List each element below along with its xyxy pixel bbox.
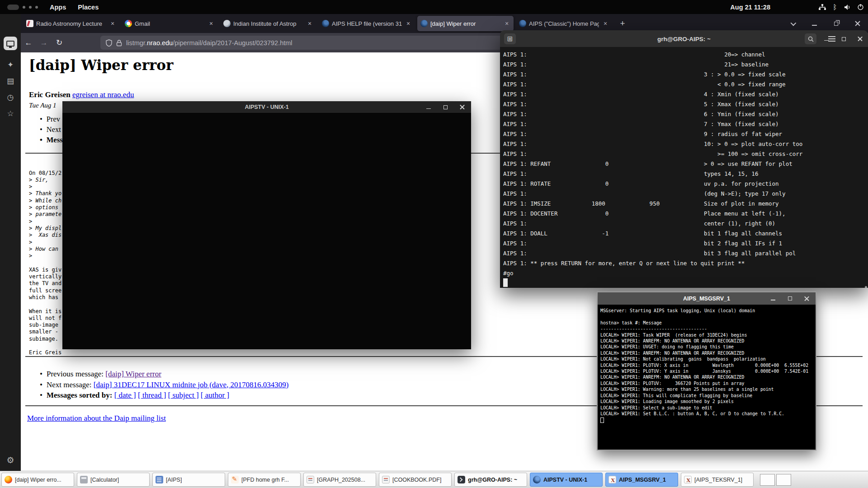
author-email-link[interactable]: egreisen at nrao.edu (72, 90, 134, 99)
tab-close-icon[interactable] (109, 20, 116, 27)
aipstv-window-controls (425, 101, 466, 113)
previous-message-fragment[interactable]: Prev (40, 114, 63, 124)
tab-label: AIPS HELP file (version 31 (332, 20, 402, 27)
email-quote: > Sir, > > Thank yo > While ch > options… (29, 177, 61, 260)
new-tab-button[interactable] (616, 17, 629, 30)
slides-favicon-icon (26, 20, 33, 27)
sorted-label: Messages sorted by: (47, 391, 114, 399)
monitor-icon (6, 41, 14, 47)
tab-gmail[interactable]: Gmail (122, 16, 218, 31)
next-message-link[interactable]: [daip] 31DEC17 LINUX midnite job (dave, … (94, 380, 289, 389)
aipstv-display-canvas[interactable] (62, 113, 471, 349)
taskbar-label: AIPS_MSGSRV_1 (619, 477, 666, 483)
firefox-icon (5, 476, 12, 483)
minimize-button[interactable] (769, 295, 777, 302)
close-button[interactable] (803, 295, 810, 302)
bluetooth-icon[interactable] (830, 0, 840, 14)
previous-message-link[interactable]: [daip] Wiper error (105, 370, 161, 378)
more-info-link[interactable]: More information about the Daip mailing … (27, 414, 166, 423)
network-icon[interactable] (817, 0, 827, 14)
sort-subject-link[interactable]: [ subject ] (168, 391, 199, 399)
taskbar-item-pfd-home[interactable]: [PFD home grh F... (228, 473, 301, 487)
dock (0, 14, 21, 471)
taskbar-item-aipstv[interactable]: AIPSTV - UNIX-1 (530, 473, 603, 487)
sorted-by-fragment[interactable]: Mess (40, 135, 63, 145)
minimize-button[interactable] (823, 35, 830, 42)
reload-button[interactable]: ↻ (52, 38, 67, 47)
activities-pill-icon[interactable] (7, 5, 19, 10)
close-button[interactable] (458, 103, 466, 111)
aips-document-icon (156, 476, 163, 483)
taskbar-item-daip-wiper[interactable]: [daip] Wiper erro... (1, 473, 74, 487)
shield-icon (106, 39, 112, 47)
dock-item-files-icon[interactable] (4, 74, 17, 88)
tab-aips-classic-home[interactable]: AIPS ("Classic") Home Pag (516, 16, 612, 31)
sort-thread-link[interactable]: [ thread ] (138, 391, 166, 399)
tab-daip-wiper-error[interactable]: [daip] Wiper error (417, 16, 514, 31)
aipstv-title-bar[interactable]: AIPSTV - UNIX-1 (62, 101, 471, 113)
dock-settings-gear-icon[interactable] (4, 453, 17, 467)
terminal-scrollbar-thumb[interactable] (865, 286, 867, 288)
msgsrv-body[interactable]: MSGserver: Starting AIPS task logging, U… (598, 305, 816, 450)
menu-places[interactable]: Places (78, 4, 99, 11)
pencil-icon (231, 476, 239, 483)
dock-item-sparkle-icon[interactable] (4, 58, 17, 71)
email-text: XAS is giv vertically the TV and full sc… (29, 259, 61, 356)
terminal-body[interactable]: AIPS 1: 20=> channel AIPS 1: 21=> baseli… (500, 47, 868, 288)
tab-label: Radio Astronomy Lecture (36, 20, 106, 27)
msgsrv-title-bar[interactable]: AIPS_MSGSRV_1 (598, 292, 816, 305)
restore-button[interactable] (832, 19, 840, 28)
maximize-button[interactable] (840, 35, 847, 42)
search-icon[interactable] (805, 33, 816, 44)
list-tabs-chevron-icon[interactable] (788, 19, 797, 28)
url-bar[interactable]: listmgr.nrao.edu/pipermail/daip/2017-Aug… (100, 36, 530, 50)
topbar-right: Aug 21 11:28 (730, 0, 868, 14)
minimize-button[interactable] (810, 19, 818, 28)
previous-label: Previous message: (47, 370, 105, 378)
tab-close-icon[interactable] (503, 20, 510, 27)
tab-radio-astronomy[interactable]: Radio Astronomy Lecture (23, 16, 119, 31)
taskbar-item-cookbook[interactable]: [COOKBOOK.PDF] (379, 473, 452, 487)
maximize-button[interactable] (786, 295, 793, 302)
taskbar-item-teksrv[interactable]: [AIPS_TEKSRV_1] (681, 473, 754, 487)
document-icon (382, 476, 390, 483)
tab-indian-institute[interactable]: Indian Institute of Astrop (220, 16, 316, 31)
msgsrv-title: AIPS_MSGSRV_1 (683, 296, 730, 302)
back-button[interactable]: ← (21, 38, 36, 47)
taskbar-item-terminal[interactable]: grh@GRO-AIPS: ~ (454, 473, 527, 487)
close-button[interactable] (856, 35, 863, 42)
taskbar-item-aips[interactable]: [AIPS] (152, 473, 225, 487)
workspace-pager[interactable] (760, 474, 793, 486)
tab-close-icon[interactable] (602, 20, 609, 27)
menu-apps[interactable]: Apps (50, 4, 66, 11)
taskbar-item-graph[interactable]: [GRAPH_202508... (303, 473, 376, 487)
tab-close-icon[interactable] (208, 20, 215, 27)
dock-item-star-icon[interactable] (4, 107, 17, 120)
maximize-button[interactable] (442, 103, 449, 111)
tab-label: Gmail (135, 20, 205, 27)
minimize-button[interactable] (425, 103, 432, 111)
forward-button[interactable]: → (36, 38, 52, 47)
tab-aips-help[interactable]: AIPS HELP file (version 31 (319, 16, 415, 31)
footer-nav-list: Previous message: [daip] Wiper error Nex… (40, 369, 288, 401)
msgsrv-cursor (600, 418, 604, 423)
close-button[interactable] (854, 19, 862, 28)
sort-author-link[interactable]: [ author ] (201, 391, 229, 399)
tab-close-icon[interactable] (306, 20, 313, 27)
url-path: /pipermail/daip/2017-August/023792.html (173, 39, 292, 47)
pager-cell[interactable] (776, 474, 791, 486)
power-icon[interactable] (855, 0, 865, 14)
clock[interactable]: Aug 21 11:28 (730, 4, 770, 11)
volume-icon[interactable] (843, 0, 853, 14)
taskbar-item-calculator[interactable]: [Calculator] (77, 473, 150, 487)
sort-date-link[interactable]: [ date ] (114, 391, 136, 399)
dock-item-screen-icon[interactable] (4, 37, 17, 50)
next-message-fragment[interactable]: Next (40, 124, 63, 135)
pager-cell[interactable] (760, 474, 775, 486)
terminal-title-bar[interactable]: grh@GRO-AIPS: ~ (500, 30, 868, 47)
tab-close-icon[interactable] (405, 20, 412, 27)
page-title: [daip] Wiper error (29, 57, 173, 73)
taskbar-label: grh@GRO-AIPS: ~ (468, 477, 517, 483)
dock-item-clock-icon[interactable] (4, 90, 17, 104)
taskbar-item-msgsrv[interactable]: AIPS_MSGSRV_1 (605, 473, 678, 487)
